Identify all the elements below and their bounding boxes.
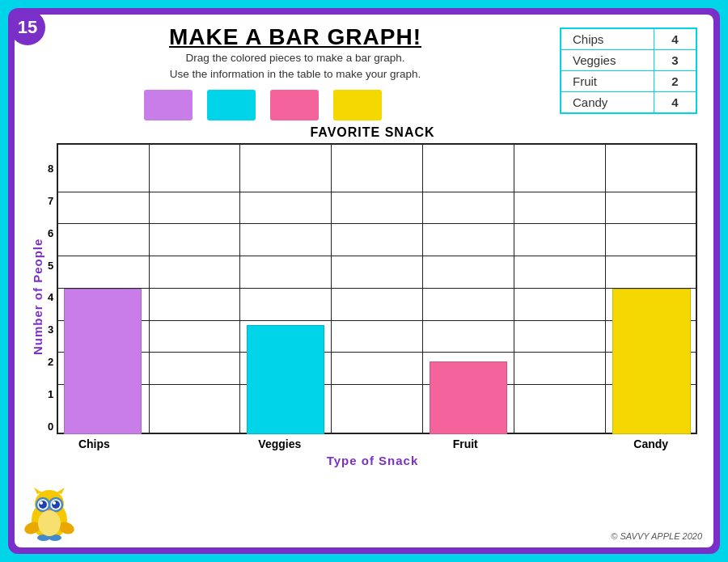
page-title: MAKE A BAR GRAPH!	[31, 24, 560, 50]
grid-cell	[149, 353, 240, 385]
grid-cell	[57, 288, 149, 320]
grid-cell	[332, 144, 423, 192]
table-cell-value: 4	[654, 92, 696, 114]
grid-cell	[240, 320, 332, 353]
grid-cell	[514, 353, 605, 385]
grid-cell	[422, 320, 514, 353]
y-number: 6	[48, 207, 53, 239]
grid-cell	[149, 385, 240, 433]
grid-cell	[514, 256, 605, 289]
grid-cell	[240, 385, 332, 433]
grid-cell	[57, 256, 149, 289]
chart-area: 012345678	[48, 143, 697, 434]
color-pieces-row	[0, 90, 560, 120]
grid-cell	[240, 144, 332, 192]
grid-cell	[57, 320, 149, 353]
color-piece-purple[interactable]	[144, 90, 193, 120]
grid-cell	[605, 385, 696, 433]
grid-table	[57, 143, 697, 434]
grid-cell	[149, 192, 240, 224]
grid-cell	[57, 385, 149, 433]
grid-cell	[422, 192, 514, 224]
grid-cell	[332, 192, 423, 224]
page-number: 15	[10, 10, 45, 45]
x-labels-row: ChipsVeggiesFruitCandy	[48, 434, 697, 450]
header: MAKE A BAR GRAPH! Drag the colored piece…	[31, 24, 560, 83]
grid-cell	[332, 320, 423, 353]
grid-cell	[149, 144, 240, 192]
x-label: Fruit	[419, 437, 512, 450]
grid-cell	[240, 224, 332, 256]
table-cell-value: 4	[654, 28, 696, 50]
grid-cell	[57, 353, 149, 385]
grid-cell	[514, 224, 605, 256]
grid-cell	[605, 320, 696, 353]
color-piece-yellow[interactable]	[333, 90, 382, 120]
grid-cell	[149, 256, 240, 289]
y-number: 0	[48, 400, 53, 433]
subtitle-line2: Use the information in the table to make…	[31, 66, 560, 82]
table-cell-value: 3	[654, 50, 696, 71]
data-table-wrapper: Chips4Veggies3Fruit2Candy4	[560, 27, 697, 114]
y-axis-label: Number of People	[31, 125, 44, 467]
table-cell-label: Fruit	[561, 71, 654, 92]
y-number: 7	[48, 175, 53, 207]
inner-border: 15 MAKE A BAR GRAPH! Drag the colored pi…	[8, 8, 720, 554]
grid-cell	[57, 192, 149, 224]
color-piece-cyan[interactable]	[207, 90, 256, 120]
copyright: © SAVVY APPLE 2020	[611, 531, 702, 541]
grid-cell	[240, 288, 332, 320]
x-label	[512, 437, 605, 450]
x-label	[326, 437, 419, 450]
grid-cell	[605, 192, 696, 224]
graph-section: Number of People FAVORITE SNACK 01234567…	[31, 125, 697, 467]
x-labels: ChipsVeggiesFruitCandy	[48, 437, 697, 450]
y-number: 1	[48, 368, 53, 400]
grid-cell	[605, 144, 696, 192]
x-label: Chips	[48, 437, 141, 450]
grid-cell	[332, 385, 423, 433]
y-number: 8	[48, 142, 53, 175]
grid-cell	[240, 353, 332, 385]
graph-title: FAVORITE SNACK	[48, 125, 697, 140]
table-cell-label: Veggies	[561, 50, 654, 71]
owl-mascot	[24, 486, 74, 541]
grid-cell	[605, 288, 696, 320]
svg-point-10	[52, 501, 60, 509]
table-cell-label: Chips	[561, 28, 654, 50]
svg-point-18	[38, 510, 61, 536]
grid-cell	[332, 288, 423, 320]
y-number: 2	[48, 336, 53, 368]
table-cell-value: 2	[654, 71, 696, 92]
grid-and-bars	[57, 143, 697, 434]
color-piece-pink[interactable]	[270, 90, 319, 120]
x-label	[141, 437, 234, 450]
y-numbers: 012345678	[48, 143, 57, 434]
grid-cell	[605, 353, 696, 385]
x-label: Candy	[604, 437, 697, 450]
grid-cell	[422, 353, 514, 385]
data-table: Chips4Veggies3Fruit2Candy4	[560, 27, 697, 114]
grid-cell	[332, 353, 423, 385]
graph-container: FAVORITE SNACK 012345678 ChipsVeggiesFru…	[48, 125, 697, 467]
grid-cell	[57, 224, 149, 256]
grid-cell	[422, 224, 514, 256]
grid-cell	[422, 385, 514, 433]
grid-cell	[422, 256, 514, 289]
grid-cell	[422, 144, 514, 192]
left-top: MAKE A BAR GRAPH! Drag the colored piece…	[31, 24, 560, 120]
grid-cell	[514, 320, 605, 353]
grid-cell	[240, 256, 332, 289]
svg-point-11	[40, 501, 43, 505]
grid-cell	[422, 288, 514, 320]
grid-cell	[514, 144, 605, 192]
grid-cell	[514, 385, 605, 433]
top-section: MAKE A BAR GRAPH! Drag the colored piece…	[31, 24, 697, 120]
y-number: 5	[48, 239, 53, 272]
grid-cell	[57, 144, 149, 192]
content-area: 15 MAKE A BAR GRAPH! Drag the colored pi…	[15, 15, 713, 547]
grid-cell	[149, 320, 240, 353]
svg-point-9	[39, 501, 47, 509]
grid-cell	[240, 192, 332, 224]
outer-border: 15 MAKE A BAR GRAPH! Drag the colored pi…	[0, 0, 728, 562]
